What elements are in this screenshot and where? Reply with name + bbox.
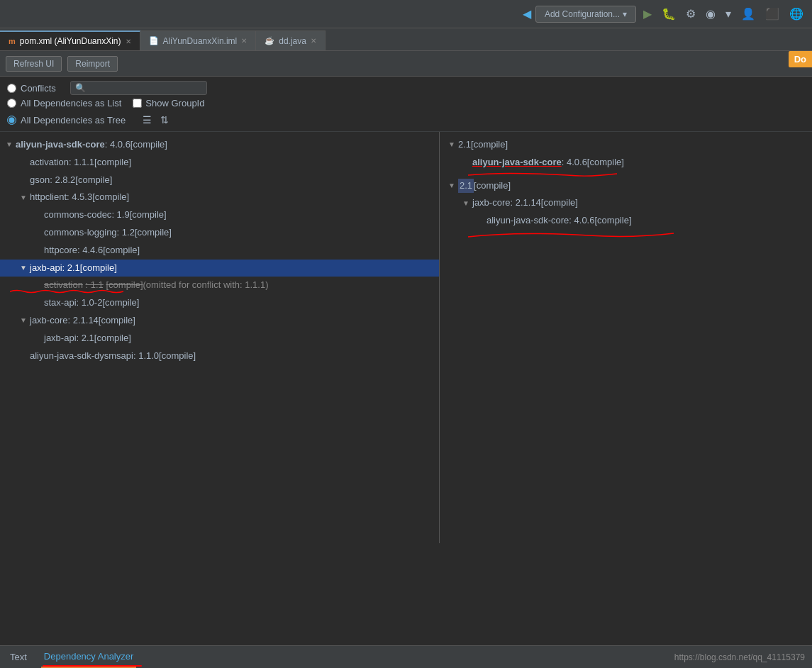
left-dependency-tree: ▼ aliyun-java-sdk-core : 4.0.6 [compile]… — [0, 132, 440, 543]
all-deps-tree-label[interactable]: All Dependencies as Tree — [21, 115, 126, 126]
tab-dependency-analyzer[interactable]: Dependency Analyzer — [41, 646, 136, 668]
search-input[interactable] — [89, 83, 202, 93]
iml-icon: 📄 — [149, 36, 159, 45]
chevron-icon[interactable]: ▼ — [20, 192, 30, 204]
list-item[interactable]: ▼ jaxb-api : 2.1 [compile] — [0, 260, 439, 277]
run-button[interactable]: ▶ — [640, 4, 655, 23]
list-item[interactable]: aliyun-java-sdk-core : 4.0.6 [compile] — [440, 212, 812, 230]
stop-button[interactable]: ⬛ — [762, 4, 782, 23]
search-icon: 🔍 — [75, 83, 86, 93]
chevron-icon[interactable]: ▼ — [448, 180, 458, 191]
list-item[interactable]: activation : 1.1 [compile] (omitted for … — [0, 277, 439, 294]
all-deps-list-radio[interactable] — [7, 99, 16, 108]
list-item[interactable]: ▼ 2.1 [compile] — [440, 177, 812, 195]
chevron-icon[interactable]: ▼ — [6, 139, 16, 150]
refresh-ui-button[interactable]: Refresh UI — [6, 56, 62, 72]
action-row: Refresh UI Reimport — [0, 51, 812, 77]
expand-all-button[interactable]: ⇅ — [157, 113, 172, 127]
chevron-icon[interactable]: ▼ — [462, 198, 472, 209]
list-item[interactable]: ▼ 2.1 [compile] — [440, 136, 812, 154]
tree-icons: ☰ ⇅ — [140, 113, 172, 127]
tab-pom-xml[interactable]: m pom.xml (AliYunDuanxXin) ✕ — [0, 30, 140, 50]
maven-icon: m — [9, 37, 16, 45]
first-options-row: Conflicts 🔍 — [0, 77, 812, 96]
list-item[interactable]: aliyun-java-sdk-dysmsapi : 1.1.0 [compil… — [0, 347, 439, 365]
list-item[interactable]: jaxb-api : 2.1 [compile] — [0, 330, 439, 347]
add-configuration-button[interactable]: Add Configuration... ▾ — [535, 6, 636, 23]
settings-icon[interactable]: 🌐 — [786, 4, 806, 23]
chevron-icon[interactable]: ▼ — [20, 315, 30, 326]
list-item[interactable]: gson : 2.8.2 [compile] — [0, 172, 439, 189]
bottom-url: https://blog.csdn.net/qq_41115379 — [674, 652, 805, 662]
collapse-all-button[interactable]: ☰ — [140, 113, 155, 127]
list-item[interactable]: aliyun-java-sdk-core : 4.0.6 [compile] — [440, 154, 812, 172]
tab-close-iml[interactable]: ✕ — [241, 37, 247, 45]
do-badge: Do — [789, 51, 812, 67]
list-item[interactable]: ▼ aliyun-java-sdk-core : 4.0.6 [compile] — [0, 136, 439, 154]
coverage-button[interactable]: ◉ — [703, 4, 718, 23]
reimport-button[interactable]: Reimport — [67, 56, 118, 72]
list-item[interactable]: activation : 1.1.1 [compile] — [0, 154, 439, 172]
conflicts-radio[interactable] — [7, 84, 16, 93]
show-group-id-label[interactable]: Show GroupId — [145, 98, 204, 108]
main-content: ▼ aliyun-java-sdk-core : 4.0.6 [compile]… — [0, 132, 812, 543]
chevron-icon[interactable]: ▼ — [448, 139, 458, 150]
tab-close-pom[interactable]: ✕ — [126, 38, 131, 45]
conflicts-label[interactable]: Conflicts — [21, 83, 56, 94]
tab-close-java[interactable]: ✕ — [311, 37, 316, 45]
list-item[interactable]: httpcore : 4.4.6 [compile] — [0, 242, 439, 260]
list-item[interactable]: ▼ httpclient : 4.5.3 [compile] — [0, 189, 439, 206]
tab-text[interactable]: Text — [7, 646, 30, 668]
user-icon[interactable]: 👤 — [738, 4, 758, 23]
java-icon: ☕ — [265, 36, 274, 45]
tab-iml[interactable]: 📄 AliYunDuanxXin.iml ✕ — [140, 30, 257, 50]
top-toolbar: ◀ Add Configuration... ▾ ▶ 🐛 ⚙ ◉ ▾ 👤 ⬛ 🌐 — [0, 0, 812, 28]
right-dependency-panel: ▼ 2.1 [compile] aliyun-java-sdk-core : 4… — [440, 132, 812, 543]
chevron-icon[interactable]: ▼ — [20, 262, 30, 274]
dropdown-button[interactable]: ▾ — [723, 4, 734, 23]
all-deps-tree-radio[interactable] — [7, 116, 16, 125]
list-item[interactable]: commons-codec : 1.9 [compile] — [0, 206, 439, 224]
back-icon[interactable]: ◀ — [523, 7, 531, 21]
list-item[interactable]: commons-logging : 1.2 [compile] — [0, 224, 439, 242]
options-container: Conflicts 🔍 All Dependencies as List Sho… — [0, 77, 812, 132]
show-group-id-checkbox[interactable] — [133, 99, 142, 108]
list-item[interactable]: ▼ jaxb-core : 2.1.14 [compile] — [0, 312, 439, 330]
list-item[interactable]: ▼ jaxb-core : 2.1.14 [compile] — [440, 194, 812, 212]
bottom-bar: Text Dependency Analyzer https://blog.cs… — [0, 645, 812, 668]
tab-java[interactable]: ☕ dd.java ✕ — [256, 30, 326, 50]
second-options-row: All Dependencies as List Show GroupId — [0, 96, 812, 113]
attach-button[interactable]: ⚙ — [683, 4, 699, 23]
tabs-bar: m pom.xml (AliYunDuanxXin) ✕ 📄 AliYunDua… — [0, 28, 812, 51]
list-item[interactable]: stax-api : 1.0-2 [compile] — [0, 294, 439, 312]
debug-button[interactable]: 🐛 — [659, 4, 679, 23]
all-deps-list-label[interactable]: All Dependencies as List — [21, 98, 121, 108]
